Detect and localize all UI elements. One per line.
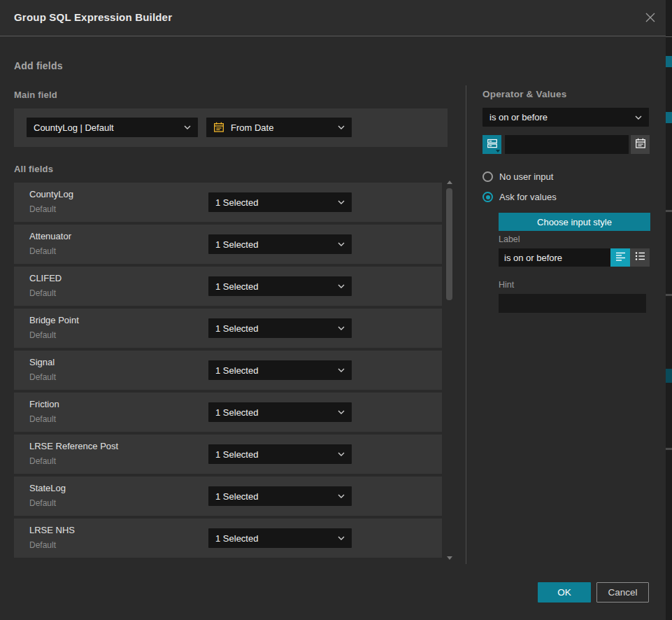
hint-input[interactable] [499,294,646,313]
selection-value: 1 Selected [215,281,332,292]
dialog-header: Group SQL Expression Builder [0,0,666,36]
date-picker-button[interactable] [631,135,650,154]
field-subtitle: Default [29,414,56,424]
field-selection-dropdown[interactable]: 1 Selected [208,276,352,296]
chevron-down-icon [635,115,642,120]
field-selection-dropdown[interactable]: 1 Selected [208,318,352,338]
background-fragment [666,112,672,123]
cancel-button[interactable]: Cancel [596,582,649,603]
selection-value: 1 Selected [215,491,332,502]
selection-value: 1 Selected [215,323,332,334]
field-row-lrse-reference-post: LRSE Reference Post Default 1 Selected [14,435,442,474]
field-row-clifed: CLIFED Default 1 Selected [14,267,442,306]
field-name: LRSE NHS [29,525,75,535]
operator-values-heading: Operator & Values [482,89,566,99]
main-field-select-value: From Date [231,122,332,133]
field-subtitle: Default [29,456,56,466]
combo-arrow-icon [496,150,500,153]
radio-label: No user input [499,171,553,182]
label-caption: Label [499,234,520,244]
selection-value: 1 Selected [215,533,332,544]
chevron-down-icon [338,242,345,246]
calendar-icon [213,122,224,133]
fields-list-scrollbar[interactable] [445,178,455,562]
selection-value: 1 Selected [215,197,332,208]
ok-button[interactable]: OK [538,582,591,603]
group-sql-expression-builder-dialog: Group SQL Expression Builder Add fields … [0,0,672,620]
field-selection-dropdown[interactable]: 1 Selected [208,234,352,254]
background-fragment [666,294,672,296]
background-fragment [666,210,672,212]
field-name: Friction [29,399,59,409]
selection-value: 1 Selected [215,365,332,376]
field-subtitle: Default [29,540,56,550]
all-fields-list: CountyLog Default 1 Selected Attenuator … [14,183,442,558]
dialog: Group SQL Expression Builder Add fields … [0,0,666,620]
field-row-attenuator: Attenuator Default 1 Selected [14,225,442,264]
field-name: Signal [29,357,55,367]
label-input[interactable] [499,248,610,267]
field-subtitle: Default [29,330,56,340]
field-selection-dropdown[interactable]: 1 Selected [208,528,352,548]
radio-ask-for-values[interactable]: Ask for values [482,192,557,202]
close-button[interactable] [641,9,660,29]
dialog-title: Group SQL Expression Builder [14,11,172,23]
chevron-down-icon [338,410,345,414]
choose-input-style-button[interactable]: Choose input style [499,213,650,231]
field-row-signal: Signal Default 1 Selected [14,351,442,390]
chevron-down-icon [338,452,345,456]
align-left-icon [615,251,626,264]
background-app-strip [666,0,672,620]
field-subtitle: Default [29,498,56,508]
main-field-label: Main field [14,90,57,100]
field-name: CountyLog [29,189,73,199]
field-selection-dropdown[interactable]: 1 Selected [208,486,352,506]
field-name: Attenuator [29,231,71,241]
field-subtitle: Default [29,204,56,214]
chevron-down-icon [338,125,345,129]
field-row-bridge-point: Bridge Point Default 1 Selected [14,309,442,348]
selection-value: 1 Selected [215,449,332,460]
field-selection-dropdown[interactable]: 1 Selected [208,402,352,422]
scrollbar-thumb[interactable] [446,188,452,300]
close-icon [645,12,656,26]
date-value-input[interactable] [505,135,629,154]
chevron-down-icon [338,284,345,288]
background-fragment [666,36,672,37]
field-subtitle: Default [29,246,56,256]
selection-value: 1 Selected [215,239,332,250]
radio-label: Ask for values [499,192,557,202]
vertical-divider [466,85,466,564]
add-fields-heading: Add fields [14,60,63,71]
chevron-down-icon [338,200,345,204]
field-selection-dropdown[interactable]: 1 Selected [208,444,352,464]
all-fields-label: All fields [14,164,53,174]
chevron-down-icon [338,326,345,330]
layer-select[interactable]: CountyLog | Default [27,118,198,137]
field-row-countylog: CountyLog Default 1 Selected [14,183,442,222]
field-subtitle: Default [29,288,56,298]
field-selection-dropdown[interactable]: 1 Selected [208,360,352,380]
main-field-panel: CountyLog | Default From Date [14,108,448,147]
list-style-button[interactable] [630,248,650,267]
scroll-down-arrow[interactable] [447,556,452,560]
input-style-combo-button[interactable] [482,135,501,154]
align-left-style-button[interactable] [610,248,630,267]
operator-select-value: is on or before [489,112,629,122]
radio-circle-icon [482,171,493,182]
list-icon [635,251,645,264]
value-input-row [482,135,650,154]
selection-value: 1 Selected [215,407,332,418]
background-fragment [666,56,672,67]
radio-no-user-input[interactable]: No user input [482,171,553,182]
background-fragment [666,448,672,450]
main-field-select[interactable]: From Date [206,118,352,137]
field-subtitle: Default [29,372,56,382]
field-selection-dropdown[interactable]: 1 Selected [208,192,352,212]
chevron-down-icon [338,536,345,540]
operator-select[interactable]: is on or before [482,108,649,127]
chevron-down-icon [338,368,345,372]
chevron-down-icon [338,494,345,498]
field-row-lrse-nhs: LRSE NHS Default 1 Selected [14,519,442,558]
scroll-up-arrow[interactable] [447,181,452,184]
